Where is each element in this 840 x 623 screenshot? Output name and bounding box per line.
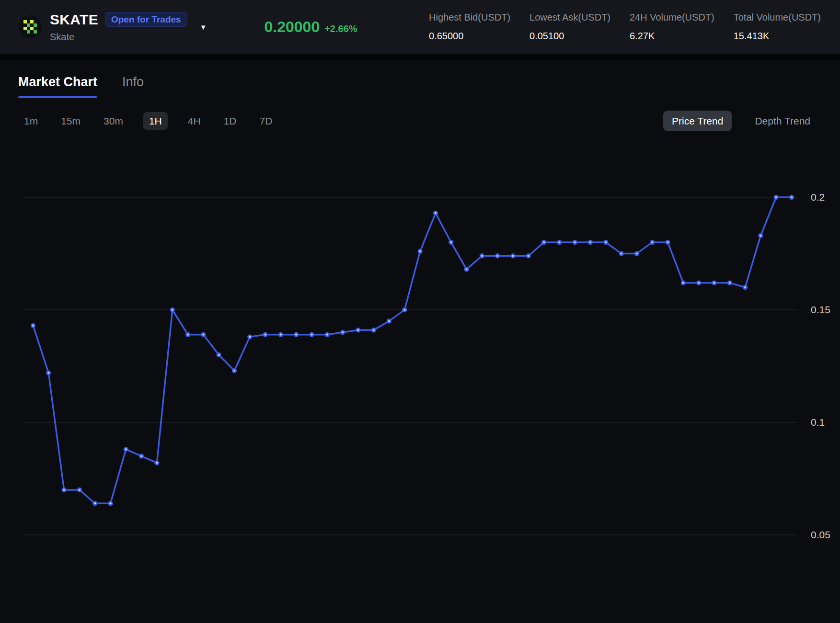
timeframe-button-30m[interactable]: 30m bbox=[101, 112, 126, 130]
data-point-core bbox=[667, 241, 668, 243]
stat-column-0: Highest Bid(USDT)0.65000 bbox=[429, 12, 510, 42]
token-selector[interactable]: SKATE Open for Trades Skate ▼ bbox=[18, 11, 207, 43]
data-point-core bbox=[79, 489, 81, 491]
price-block: 0.20000 +2.66% bbox=[265, 18, 357, 36]
token-text: SKATE Open for Trades Skate bbox=[50, 11, 187, 43]
data-point-core bbox=[109, 502, 111, 504]
stat-column-1: Lowest Ask(USDT)0.05100 bbox=[529, 12, 610, 42]
stat-value: 6.27K bbox=[630, 31, 714, 42]
data-point-core bbox=[47, 372, 49, 374]
content: Market ChartInfo 1m15m30m1H4H1D7D Price … bbox=[0, 60, 840, 623]
data-point-core bbox=[651, 241, 653, 243]
data-point-core bbox=[156, 462, 158, 464]
stat-label: Lowest Ask(USDT) bbox=[529, 12, 610, 23]
data-point-core bbox=[140, 455, 142, 457]
data-point-core bbox=[435, 212, 437, 214]
data-point-core bbox=[698, 282, 700, 284]
chart-toolbar: 1m15m30m1H4H1D7D Price TrendDepth Trend bbox=[0, 98, 840, 131]
chart-mode-toggle: Price TrendDepth Trend bbox=[663, 111, 819, 131]
tab-bar: Market ChartInfo bbox=[0, 60, 840, 98]
price-line bbox=[33, 197, 792, 503]
timeframe-button-15m[interactable]: 15m bbox=[58, 112, 83, 130]
y-axis-tick-label: 0.15 bbox=[811, 304, 830, 315]
data-point-core bbox=[682, 282, 684, 284]
stat-value: 0.65000 bbox=[429, 31, 510, 42]
data-point-core bbox=[729, 282, 731, 284]
data-point-core bbox=[63, 489, 65, 491]
data-point-core bbox=[403, 309, 405, 311]
timeframe-selector: 1m15m30m1H4H1D7D bbox=[21, 112, 275, 130]
stat-label: Highest Bid(USDT) bbox=[429, 12, 510, 23]
timeframe-button-7d[interactable]: 7D bbox=[256, 112, 275, 130]
data-point-core bbox=[249, 336, 251, 338]
stat-value: 15.413K bbox=[734, 31, 821, 42]
data-point-core bbox=[311, 334, 312, 336]
data-point-core bbox=[264, 334, 266, 336]
data-point-core bbox=[512, 255, 514, 257]
open-for-trades-badge: Open for Trades bbox=[105, 12, 187, 27]
tab-label: Info bbox=[122, 75, 144, 90]
data-point-core bbox=[713, 282, 715, 284]
token-name: Skate bbox=[50, 32, 187, 43]
last-price: 0.20000 bbox=[265, 18, 320, 36]
token-logo-icon bbox=[18, 15, 42, 39]
stat-value: 0.05100 bbox=[529, 31, 610, 42]
data-point-core bbox=[605, 241, 607, 243]
stat-label: 24H Volume(USDT) bbox=[630, 12, 714, 23]
data-point-core bbox=[357, 329, 359, 331]
y-axis-tick-label: 0.2 bbox=[811, 192, 825, 203]
market-header: SKATE Open for Trades Skate ▼ 0.20000 +2… bbox=[0, 0, 840, 54]
depth-trend-button[interactable]: Depth Trend bbox=[746, 111, 819, 131]
data-point-core bbox=[636, 252, 638, 254]
data-point-core bbox=[574, 241, 576, 243]
data-point-core bbox=[94, 502, 96, 504]
data-point-core bbox=[791, 196, 793, 198]
price-change-percent: +2.66% bbox=[324, 23, 357, 34]
data-point-core bbox=[32, 325, 34, 327]
market-stats: Highest Bid(USDT)0.65000Lowest Ask(USDT)… bbox=[429, 12, 821, 42]
tab-market-chart[interactable]: Market Chart bbox=[18, 75, 97, 98]
data-point-core bbox=[589, 241, 591, 243]
y-axis-tick-label: 0.05 bbox=[811, 529, 830, 540]
stat-column-2: 24H Volume(USDT)6.27K bbox=[630, 12, 714, 42]
data-point-core bbox=[543, 241, 545, 243]
data-point-core bbox=[465, 268, 467, 270]
data-point-core bbox=[388, 320, 390, 322]
data-point-core bbox=[125, 448, 127, 450]
timeframe-button-1d[interactable]: 1D bbox=[221, 112, 240, 130]
data-point-core bbox=[172, 309, 173, 311]
data-point-core bbox=[373, 329, 375, 331]
data-point-core bbox=[450, 241, 452, 243]
y-axis-tick-label: 0.1 bbox=[811, 417, 825, 428]
price-trend-line-chart[interactable]: 0.20.150.10.05 bbox=[0, 138, 840, 623]
stat-label: Total Volume(USDT) bbox=[734, 12, 821, 23]
data-point-core bbox=[187, 334, 189, 336]
tab-info[interactable]: Info bbox=[122, 75, 144, 98]
data-point-core bbox=[759, 235, 761, 237]
timeframe-button-4h[interactable]: 4H bbox=[185, 112, 204, 130]
tab-label: Market Chart bbox=[18, 75, 97, 90]
data-point-core bbox=[528, 255, 529, 257]
data-point-core bbox=[496, 255, 498, 257]
header-divider bbox=[0, 54, 840, 60]
data-point-core bbox=[744, 286, 746, 288]
tab-active-underline bbox=[18, 96, 97, 98]
data-point-core bbox=[280, 334, 282, 336]
data-point-core bbox=[342, 331, 344, 333]
data-point-core bbox=[621, 252, 622, 254]
token-symbol: SKATE bbox=[50, 11, 98, 28]
data-point-core bbox=[775, 196, 777, 198]
timeframe-button-1m[interactable]: 1m bbox=[21, 112, 41, 130]
price-trend-button[interactable]: Price Trend bbox=[663, 111, 732, 131]
chevron-down-icon[interactable]: ▼ bbox=[200, 23, 207, 31]
data-point-core bbox=[326, 334, 328, 336]
timeframe-button-1h[interactable]: 1H bbox=[143, 112, 168, 130]
data-point-core bbox=[558, 241, 560, 243]
price-chart[interactable]: 0.20.150.10.05 bbox=[0, 138, 840, 623]
data-point-core bbox=[218, 354, 220, 356]
tab-active-underline bbox=[122, 96, 144, 98]
data-point-core bbox=[233, 370, 235, 372]
data-point-core bbox=[419, 250, 421, 252]
data-point-core bbox=[295, 334, 297, 336]
data-point-core bbox=[202, 334, 204, 336]
